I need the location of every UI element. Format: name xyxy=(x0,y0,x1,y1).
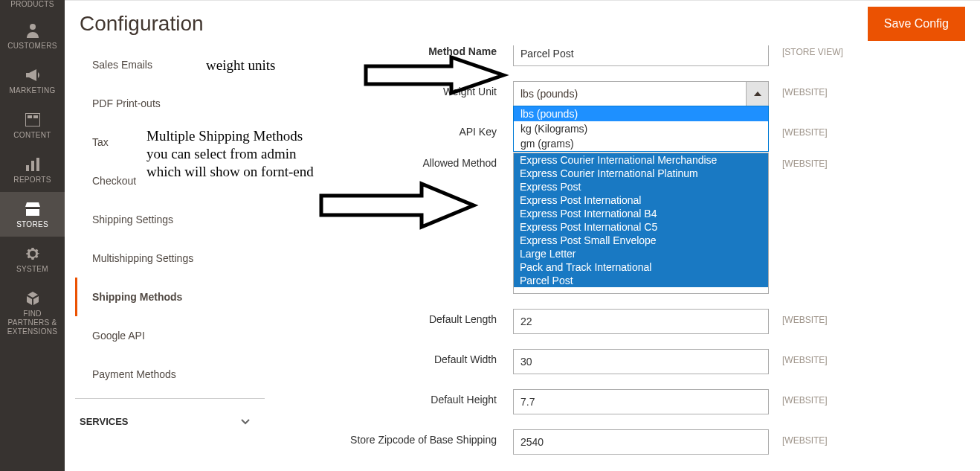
option-kg[interactable]: kg (Kilograms) xyxy=(514,121,768,136)
option-ep-intl[interactable]: Express Post International xyxy=(514,193,768,207)
nav-reports[interactable]: REPORTS xyxy=(0,147,65,192)
label-store-zip: Store Zipcode of Base Shipping xyxy=(280,429,513,446)
input-method-name[interactable] xyxy=(513,45,769,66)
conf-nav-shipping-settings[interactable]: Shipping Settings xyxy=(75,200,265,239)
scope-method-name: [STORE VIEW] xyxy=(769,45,858,57)
nav-find-partners[interactable]: FIND PARTNERS & EXTENSIONS xyxy=(0,281,65,344)
nav-content[interactable]: CONTENT xyxy=(0,103,65,147)
option-large-letter[interactable]: Large Letter xyxy=(514,247,768,260)
conf-nav-shipping-methods[interactable]: Shipping Methods xyxy=(75,278,265,316)
config-nav: Sales Emails PDF Print-outs Tax Checkout… xyxy=(65,45,265,471)
conf-group-services[interactable]: SERVICES xyxy=(75,398,265,435)
option-ep-small-env[interactable]: Express Post Small Envelope xyxy=(514,234,768,247)
main-panel: Configuration Save Config Sales Emails P… xyxy=(65,0,980,471)
input-default-width[interactable] xyxy=(513,349,769,374)
label-api-key: API Key xyxy=(280,121,513,138)
label-method-name: Method Name xyxy=(280,45,513,57)
option-eci-platinum[interactable]: Express Courier International Platinum xyxy=(514,167,768,180)
scope-default-length: [WEBSITE] xyxy=(769,309,858,325)
scope-weight-unit: [WEBSITE] xyxy=(769,81,858,97)
label-allowed-method: Allowed Method xyxy=(280,153,513,169)
caret-up-icon[interactable] xyxy=(746,82,768,106)
option-ep-intl-c5[interactable]: Express Post International C5 xyxy=(514,220,768,234)
nav-customers[interactable]: CUSTOMERS xyxy=(0,13,65,58)
label-default-length: Default Length xyxy=(280,309,513,325)
scope-api-key: [WEBSITE] xyxy=(769,121,858,138)
chevron-down-icon xyxy=(241,415,250,427)
svg-rect-6 xyxy=(36,158,39,171)
conf-nav-payment-methods[interactable]: Payment Methods xyxy=(75,355,265,394)
storefront-icon xyxy=(3,199,62,219)
scope-default-width: [WEBSITE] xyxy=(769,349,858,365)
dropdown-weight-unit: lbs (pounds) kg (Kilograms) gm (grams) xyxy=(513,106,769,152)
select-weight-unit[interactable]: lbs (pounds) xyxy=(513,81,769,106)
label-default-width: Default Width xyxy=(280,349,513,365)
conf-nav-checkout[interactable]: Checkout xyxy=(75,161,265,200)
page-title: Configuration xyxy=(80,12,204,36)
form-area: Method Name [STORE VIEW] Weight Unit lbs… xyxy=(265,45,980,471)
blocks-icon xyxy=(3,289,62,308)
gear-icon xyxy=(3,244,62,263)
nav-system[interactable]: SYSTEM xyxy=(0,237,65,281)
svg-rect-1 xyxy=(25,113,40,126)
input-default-height[interactable] xyxy=(513,389,769,414)
option-gm[interactable]: gm (grams) xyxy=(514,136,768,151)
option-parcel-post[interactable]: Parcel Post xyxy=(514,274,768,287)
barchart-icon xyxy=(3,155,62,174)
nav-products[interactable]: PRODUCTS xyxy=(0,0,65,13)
label-default-height: Default Height xyxy=(280,389,513,406)
option-express-post[interactable]: Express Post xyxy=(514,180,768,193)
option-lbs[interactable]: lbs (pounds) xyxy=(514,106,768,121)
label-weight-unit: Weight Unit xyxy=(280,81,513,97)
svg-rect-4 xyxy=(26,165,29,171)
option-pack-track-intl[interactable]: Pack and Track International xyxy=(514,260,768,274)
scope-allowed-method: [WEBSITE] xyxy=(769,153,858,169)
input-default-length[interactable] xyxy=(513,309,769,334)
conf-nav-pdf-printouts[interactable]: PDF Print-outs xyxy=(75,84,265,123)
option-ep-intl-b4[interactable]: Express Post International B4 xyxy=(514,207,768,220)
option-eci-merchandise[interactable]: Express Courier International Merchandis… xyxy=(514,153,768,167)
layout-icon xyxy=(3,110,62,129)
svg-point-0 xyxy=(30,24,36,30)
page-header: Configuration Save Config xyxy=(65,1,980,45)
svg-rect-3 xyxy=(33,115,38,118)
admin-sidebar: PRODUCTS CUSTOMERS MARKETING CONTENT REP… xyxy=(0,0,65,471)
input-store-zip[interactable] xyxy=(513,429,769,455)
scope-default-height: [WEBSITE] xyxy=(769,389,858,406)
svg-rect-2 xyxy=(28,115,32,118)
conf-nav-multishipping[interactable]: Multishipping Settings xyxy=(75,239,265,278)
scope-store-zip: [WEBSITE] xyxy=(769,429,858,446)
conf-nav-tax[interactable]: Tax xyxy=(75,123,265,161)
megaphone-icon xyxy=(3,65,62,85)
nav-marketing[interactable]: MARKETING xyxy=(0,58,65,103)
save-config-button[interactable]: Save Config xyxy=(868,7,965,41)
svg-rect-5 xyxy=(31,161,34,171)
conf-nav-sales-emails[interactable]: Sales Emails xyxy=(75,45,265,84)
person-icon xyxy=(3,21,62,40)
nav-stores[interactable]: STORES xyxy=(0,192,65,237)
conf-nav-google-api[interactable]: Google API xyxy=(75,316,265,355)
multiselect-allowed-method[interactable]: Express Courier International Merchandis… xyxy=(513,153,769,294)
